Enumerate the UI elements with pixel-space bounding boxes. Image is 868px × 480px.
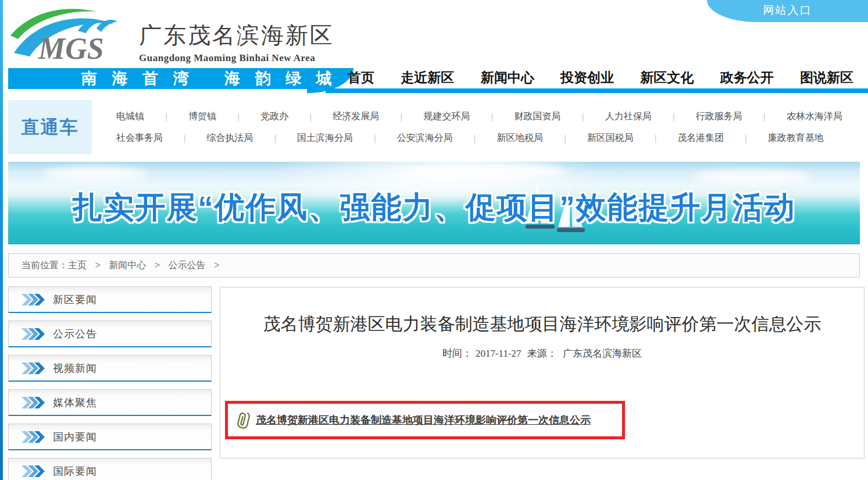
main-nav: 首页 走近新区 新闻中心 投资创业 新区文化 政务公开 图说新区 — [348, 66, 853, 88]
highlight-box: 茂名博贺新港区电力装备制造基地项目海洋环境影响评价第一次信息公示 — [225, 401, 625, 439]
department-link[interactable]: 人力社保局 — [605, 111, 652, 123]
sidebar-item-label: 国内要闻 — [53, 430, 97, 444]
department-row-2: 社会事务局 | 综合执法局 | 国土滨海分局 | 公安滨海分局 | 新区地税局 … — [100, 132, 859, 144]
divider: | — [274, 134, 277, 143]
nav-item[interactable]: 新闻中心 — [481, 69, 534, 87]
nav-item[interactable]: 图说新区 — [800, 69, 853, 87]
divider: | — [184, 134, 186, 143]
divider: | — [564, 134, 566, 143]
department-link[interactable]: 农林水海洋局 — [787, 111, 842, 123]
sidebar: 新区要闻 公示公告 视频新闻 媒体聚焦 — [8, 286, 212, 480]
meta-source: 广东茂名滨海新区 — [563, 348, 642, 359]
department-link[interactable]: 规建交环局 — [423, 111, 470, 123]
cloud-shape — [694, 170, 810, 184]
department-link[interactable]: 社会事务局 — [116, 132, 163, 144]
triple-chevron-icon — [22, 431, 46, 443]
nav-underline-strip — [326, 88, 868, 93]
paperclip-icon — [237, 411, 250, 429]
meta-time: 2017-11-27 — [476, 348, 521, 359]
sidebar-item[interactable]: 公示公告 — [8, 321, 212, 347]
article-title: 茂名博贺新港区电力装备制造基地项目海洋环境影响评价第一次信息公示 — [235, 308, 850, 340]
nav-item[interactable]: 政务公开 — [720, 69, 774, 87]
divider: | — [745, 134, 747, 143]
site-logo[interactable]: MGS 广东茂名滨海新区 Guangdong Maoming Binhai Ne… — [9, 3, 334, 64]
divider: | — [582, 112, 584, 122]
department-link[interactable]: 新区国税局 — [587, 132, 634, 144]
nav-item[interactable]: 新区文化 — [640, 69, 694, 87]
divider: | — [374, 134, 376, 143]
department-link[interactable]: 博贺镇 — [188, 111, 216, 123]
banner-slogan: 扎实开展“优作风、强能力、促项目”效能提升月活动 — [8, 187, 860, 228]
breadcrumb: 当前位置： 主页 > 新闻中心 > 公示公告 > — [8, 253, 860, 278]
sidebar-item-label: 新区要闻 — [53, 293, 97, 307]
department-link[interactable]: 电城镇 — [116, 111, 144, 123]
department-link[interactable]: 财政国资局 — [515, 111, 561, 123]
sidebar-item[interactable]: 视频新闻 — [8, 355, 212, 382]
site-title: 广东茂名滨海新区 — [139, 20, 334, 51]
article-meta: 时间：2017-11-27 来源： 广东茂名滨海新区 — [220, 347, 864, 360]
divider: | — [165, 112, 167, 122]
breadcrumb-items: 主页 > 新闻中心 > 公示公告 > — [68, 259, 225, 272]
sidebar-item[interactable]: 新区要闻 — [8, 286, 212, 313]
sidebar-item-label: 视频新闻 — [53, 361, 97, 375]
sidebar-item-label: 公示公告 — [53, 327, 97, 341]
divider: | — [655, 134, 657, 143]
breadcrumb-link[interactable]: 公示公告 — [169, 260, 206, 270]
department-row-1: 电城镇 | 博贺镇 | 党政办 | 经济发展局 | 规建交环局 | 财政国资局 … — [100, 111, 859, 123]
breadcrumb-label: 当前位置： — [22, 259, 68, 272]
triple-chevron-icon — [22, 397, 46, 408]
breadcrumb-separator: > — [214, 260, 219, 270]
sidebar-item-label: 媒体聚焦 — [53, 396, 97, 410]
site-title-en: Guangdong Maoming Binhai New Area — [139, 52, 334, 64]
divider: | — [309, 112, 312, 122]
department-link[interactable]: 茂名港集团 — [677, 132, 724, 144]
express-lane-title[interactable]: 直通车 — [8, 100, 92, 154]
logo-icon: MGS — [9, 4, 134, 63]
divider: | — [673, 112, 675, 122]
article-panel: 茂名博贺新港区电力装备制造基地项目海洋环境影响评价第一次信息公示 时间：2017… — [220, 287, 865, 458]
sidebar-item[interactable]: 国际要闻 — [8, 458, 212, 480]
svg-text:MGS: MGS — [38, 32, 104, 63]
attachment-link[interactable]: 茂名博贺新港区电力装备制造基地项目海洋环境影响评价第一次信息公示 — [256, 413, 591, 427]
divider: | — [763, 112, 766, 122]
sidebar-item-label: 国际要闻 — [53, 464, 97, 478]
site-entrance-button[interactable]: 网站入口 — [707, 0, 868, 22]
department-link[interactable]: 国土滨海分局 — [297, 132, 353, 144]
divider: | — [237, 112, 240, 122]
breadcrumb-link[interactable]: 新闻中心 — [109, 260, 146, 270]
breadcrumb-separator: > — [155, 260, 160, 270]
nav-item[interactable]: 投资创业 — [560, 69, 614, 87]
triple-chevron-icon — [22, 294, 46, 305]
breadcrumb-link[interactable]: 主页 — [68, 260, 87, 270]
left-accent-strip — [0, 0, 3, 480]
department-link[interactable]: 廉政教育基地 — [768, 132, 824, 144]
nav-item[interactable]: 走近新区 — [401, 69, 454, 87]
department-links: 电城镇 | 博贺镇 | 党政办 | 经济发展局 | 规建交环局 | 财政国资局 … — [100, 101, 859, 154]
department-link[interactable]: 综合执法局 — [207, 132, 253, 144]
department-link[interactable]: 新区地税局 — [496, 132, 543, 144]
department-link[interactable]: 行政服务局 — [696, 111, 742, 123]
city-slogan: 南 海 首 湾 海 韵 绿 城 — [81, 69, 337, 89]
meta-time-label: 时间： — [442, 348, 472, 359]
meta-source-label: 来源： — [527, 348, 557, 359]
department-link[interactable]: 经济发展局 — [333, 111, 379, 123]
divider: | — [401, 112, 403, 122]
campaign-banner: 扎实开展“优作风、强能力、促项目”效能提升月活动 — [8, 162, 860, 244]
department-link[interactable]: 党政办 — [260, 111, 288, 123]
cloud-shape — [43, 166, 148, 182]
triple-chevron-icon — [22, 328, 46, 340]
sidebar-item[interactable]: 国内要闻 — [8, 424, 212, 450]
divider: | — [491, 112, 494, 122]
department-link[interactable]: 公安滨海分局 — [397, 132, 453, 144]
triple-chevron-icon — [22, 465, 46, 477]
sidebar-item[interactable]: 媒体聚焦 — [8, 389, 212, 416]
breadcrumb-separator: > — [95, 260, 100, 270]
nav-item[interactable]: 首页 — [348, 69, 374, 87]
triple-chevron-icon — [22, 362, 46, 374]
divider: | — [474, 134, 476, 143]
